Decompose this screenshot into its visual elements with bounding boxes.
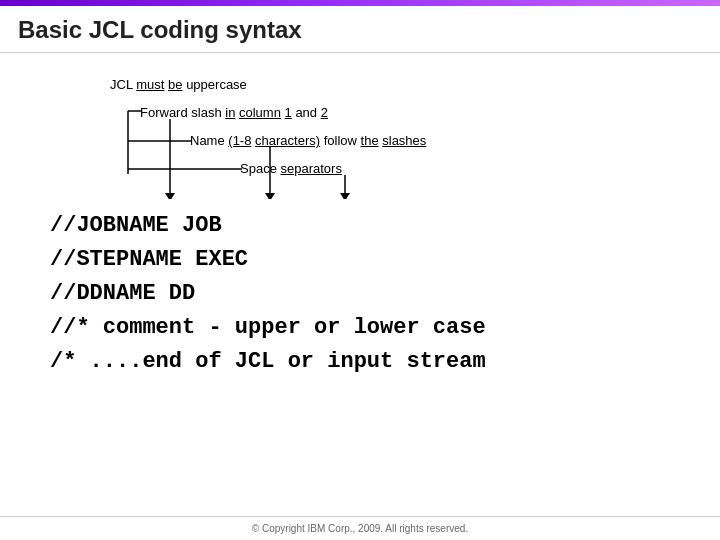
footer: © Copyright IBM Corp., 2009. All rights … xyxy=(0,516,720,540)
code-line-5: /* ....end of JCL or input stream xyxy=(50,345,690,379)
code-line-3: //DDNAME DD xyxy=(50,277,690,311)
content-area: JCL must be uppercase Forward slash in c… xyxy=(0,53,720,516)
svg-marker-5 xyxy=(165,193,175,199)
code-line-1: //JOBNAME JOB xyxy=(50,209,690,243)
code-line-2: //STEPNAME EXEC xyxy=(50,243,690,277)
annotations-container: JCL must be uppercase Forward slash in c… xyxy=(40,69,690,199)
svg-marker-7 xyxy=(265,193,275,199)
code-block: //JOBNAME JOB //STEPNAME EXEC //DDNAME D… xyxy=(50,209,690,379)
annotation-1: JCL must be uppercase xyxy=(110,77,247,92)
page-title: Basic JCL coding syntax xyxy=(18,16,702,44)
annotation-4: Space separators xyxy=(240,161,342,176)
title-bar: Basic JCL coding syntax xyxy=(0,6,720,53)
svg-marker-9 xyxy=(340,193,350,199)
code-line-4: //* comment - upper or lower case xyxy=(50,311,690,345)
annotation-3: Name (1-8 characters) follow the slashes xyxy=(190,133,426,148)
annotation-2: Forward slash in column 1 and 2 xyxy=(140,105,328,120)
copyright-text: © Copyright IBM Corp., 2009. All rights … xyxy=(252,523,468,534)
page: Basic JCL coding syntax xyxy=(0,0,720,540)
diagram-area: JCL must be uppercase Forward slash in c… xyxy=(40,69,690,379)
